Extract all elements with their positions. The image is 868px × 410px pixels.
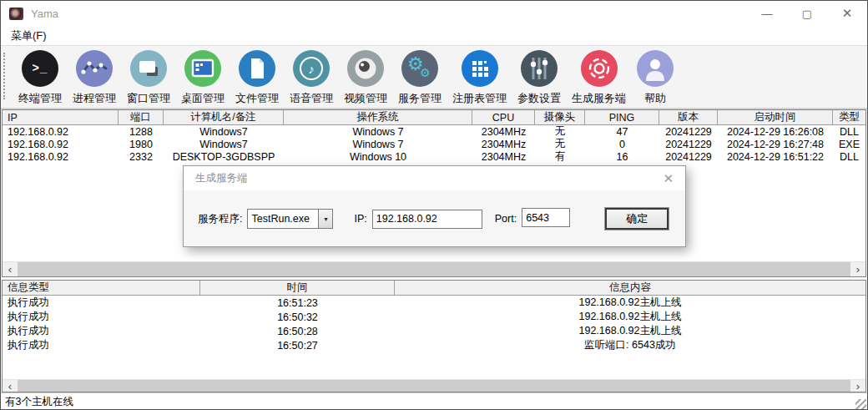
file-icon <box>239 50 275 87</box>
scrollbar-thumb[interactable] <box>18 380 850 392</box>
cell-info-content: 192.168.0.92主机上线 <box>395 296 865 310</box>
toolbar-label: 视频管理 <box>344 91 387 106</box>
minimize-button[interactable]: — <box>747 1 787 26</box>
toolbar-label: 语音管理 <box>290 91 333 106</box>
toolbar-button-registry[interactable]: 注册表管理 <box>448 50 511 106</box>
column-header-computer-name[interactable]: 计算机名/备注 <box>164 110 284 124</box>
title-bar: Yama — ▢ ✕ <box>1 1 867 26</box>
status-text: 有3个主机在线 <box>5 395 73 409</box>
toolbar-button-terminal[interactable]: >_ 终端管理 <box>14 50 66 106</box>
column-header-port[interactable]: 端口 <box>119 110 164 124</box>
dialog-body: 服务程序: TestRun.exe ▼ IP: Port: 确定 <box>184 190 685 247</box>
cell-type: EXE <box>833 138 865 150</box>
scroll-right-icon[interactable]: › <box>850 380 865 392</box>
log-panel: 信息类型 时间 信息内容 执行成功 16:51:23 192.168.0.92主… <box>2 280 866 392</box>
scrollbar-thumb[interactable] <box>18 262 850 276</box>
program-select-value: TestRun.exe <box>248 210 318 228</box>
toolbar-button-desktop[interactable]: 桌面管理 <box>177 50 229 106</box>
cell-computer-name: Windows7 <box>164 138 284 150</box>
cell-cpu: 2304MHz <box>472 125 535 138</box>
toolbar-button-params[interactable]: 参数设置 <box>513 50 565 106</box>
column-header-cpu[interactable]: CPU <box>472 110 535 124</box>
column-header-version[interactable]: 版本 <box>659 110 718 124</box>
cell-time: 16:50:32 <box>200 310 395 324</box>
log-table-header: 信息类型 时间 信息内容 <box>3 281 865 296</box>
video-eye-icon <box>347 50 384 87</box>
toolbar-label: 帮助 <box>644 91 666 106</box>
scroll-left-icon[interactable]: ‹ <box>3 262 18 276</box>
toolbar-button-window[interactable]: 窗口管理 <box>123 50 174 106</box>
column-header-ping[interactable]: PING <box>585 110 659 124</box>
scroll-left-icon[interactable]: ‹ <box>3 380 18 392</box>
cell-info-type: 执行成功 <box>3 338 200 352</box>
scroll-right-icon[interactable]: › <box>850 262 865 276</box>
cell-type: DLL <box>833 150 865 163</box>
cell-port: 1980 <box>119 138 164 150</box>
column-header-start-time[interactable]: 启动时间 <box>718 110 833 124</box>
cell-port: 1288 <box>119 125 164 138</box>
hosts-table-header: IP 端口 计算机名/备注 操作系统 CPU 摄像头 PING 版本 启动时间 … <box>3 110 865 125</box>
cell-port: 2332 <box>119 150 164 163</box>
window-title: Yama <box>31 8 58 20</box>
close-button[interactable]: ✕ <box>827 1 867 26</box>
window-controls: — ▢ ✕ <box>747 1 867 26</box>
ip-label: IP: <box>354 213 366 225</box>
cell-ip: 192.168.0.92 <box>3 138 119 150</box>
ip-field[interactable] <box>372 210 482 229</box>
cell-computer-name: DESKTOP-3GDBSPP <box>164 150 284 163</box>
toolbar-button-generate-server[interactable]: 生成服务端 <box>568 50 630 106</box>
cell-info-type: 执行成功 <box>3 324 200 338</box>
cell-start-time: 2024-12-29 16:26:08 <box>718 125 833 138</box>
toolbar-button-file[interactable]: 文件管理 <box>231 50 283 106</box>
column-header-info-content[interactable]: 信息内容 <box>395 281 865 295</box>
toolbar-label: 桌面管理 <box>181 91 225 106</box>
program-select[interactable]: TestRun.exe ▼ <box>247 209 333 229</box>
cell-start-time: 2024-12-29 16:51:22 <box>718 150 833 163</box>
help-person-icon <box>637 50 674 87</box>
cell-camera: 无 <box>535 138 585 150</box>
port-field[interactable] <box>522 208 570 227</box>
log-empty-area <box>3 352 865 379</box>
ok-button[interactable]: 确定 <box>605 208 669 230</box>
toolbar-button-service[interactable]: ⚙ ⚙ 服务管理 <box>394 50 446 106</box>
column-header-info-type[interactable]: 信息类型 <box>3 281 200 295</box>
params-sliders-icon <box>521 50 558 87</box>
resize-grip[interactable] <box>855 399 866 410</box>
column-header-time[interactable]: 时间 <box>200 281 395 295</box>
cell-time: 16:51:23 <box>200 296 395 310</box>
menu-item-menu[interactable]: 菜单(F) <box>8 27 50 45</box>
cell-time: 16:50:28 <box>200 324 395 338</box>
maximize-button[interactable]: ▢ <box>787 1 827 26</box>
cell-os: Windows 7 <box>284 138 472 150</box>
column-header-type[interactable]: 类型 <box>833 110 865 124</box>
toolbar-button-process[interactable]: 进程管理 <box>68 50 120 106</box>
menu-bar: 菜单(F) <box>1 26 867 45</box>
log-row[interactable]: 执行成功 16:51:23 192.168.0.92主机上线 <box>3 296 865 310</box>
toolbar-label: 生成服务端 <box>572 91 626 106</box>
column-header-camera[interactable]: 摄像头 <box>535 110 585 124</box>
desktop-icon <box>184 50 221 87</box>
service-gears-icon: ⚙ ⚙ <box>401 50 438 87</box>
host-row[interactable]: 192.168.0.92 2332 DESKTOP-3GDBSPP Window… <box>3 150 865 163</box>
host-row[interactable]: 192.168.0.92 1288 Windows7 Windows 7 230… <box>3 125 865 138</box>
cell-info-type: 执行成功 <box>3 296 200 310</box>
column-header-ip[interactable]: IP <box>3 110 119 124</box>
toolbar-label: 服务管理 <box>398 91 442 106</box>
log-row[interactable]: 执行成功 16:50:28 192.168.0.92主机上线 <box>3 324 865 338</box>
window-icon <box>130 50 167 87</box>
dialog-title-bar: 生成服务端 ✕ <box>184 166 685 190</box>
chevron-down-icon[interactable]: ▼ <box>318 210 332 228</box>
toolbar-gripper[interactable] <box>3 53 7 99</box>
log-row[interactable]: 执行成功 16:50:27 监听端口: 6543成功 <box>3 338 865 352</box>
log-row[interactable]: 执行成功 16:50:32 192.168.0.92主机上线 <box>3 310 865 324</box>
cell-computer-name: Windows7 <box>164 125 284 138</box>
toolbar-button-help[interactable]: 帮助 <box>633 50 678 106</box>
terminal-icon: >_ <box>22 50 58 87</box>
host-row[interactable]: 192.168.0.92 1980 Windows7 Windows 7 230… <box>3 138 865 150</box>
dialog-close-icon[interactable]: ✕ <box>663 171 674 186</box>
toolbar-button-audio[interactable]: ♪ 语音管理 <box>285 50 337 106</box>
toolbar-button-video[interactable]: 视频管理 <box>340 50 391 106</box>
column-header-os[interactable]: 操作系统 <box>284 110 472 124</box>
cell-ip: 192.168.0.92 <box>3 125 119 138</box>
cell-start-time: 2024-12-29 16:27:48 <box>718 138 833 150</box>
